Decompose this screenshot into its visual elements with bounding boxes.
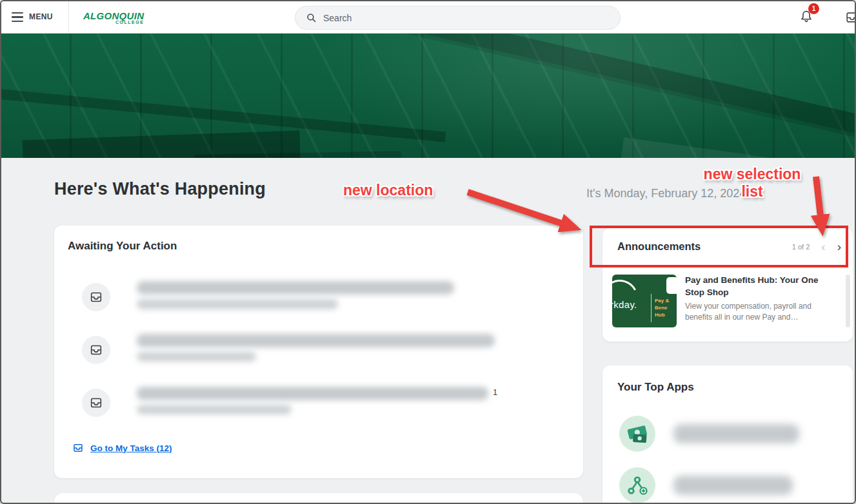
workday-wordmark: rkday.: [612, 299, 637, 310]
thumbnail-card-graphic: [666, 277, 677, 294]
announcements-title: Announcements: [617, 240, 701, 253]
announcements-card: Announcements 1 of 2 ‹ › rkday. Pay & Be…: [602, 228, 853, 342]
annotation-new-selection-list: new selection list: [697, 167, 808, 199]
workday-arc-graphic: [612, 275, 642, 321]
task-row-blurred-subtitle: [137, 352, 256, 362]
task-row-blurred-title[interactable]: [137, 387, 488, 400]
app-row-org-chart[interactable]: [619, 467, 793, 503]
task-row-visible-char: 1: [493, 387, 497, 397]
inbox-task-icon: [89, 290, 103, 304]
inbox-task-icon: [89, 343, 103, 357]
carousel-prev-button[interactable]: ‹: [821, 240, 825, 253]
announcement-thumbnail: rkday. Pay & Bene Hub: [612, 275, 677, 327]
go-to-my-tasks-link[interactable]: Go to My Tasks (12): [72, 442, 172, 454]
carousel-next-button[interactable]: ›: [837, 240, 841, 253]
global-menu-button[interactable]: MENU: [1, 12, 68, 22]
task-row-blurred-title[interactable]: [137, 334, 495, 347]
task-row-blurred-subtitle: [137, 299, 338, 309]
search-input[interactable]: [323, 13, 610, 23]
task-item-icon-2[interactable]: [82, 336, 110, 364]
annotation-line: new selection: [697, 167, 808, 182]
task-row-blurred-title[interactable]: [137, 281, 454, 295]
announcement-title: Pay and Benefits Hub: Your One Stop Shop: [685, 275, 826, 299]
task-item-icon-1[interactable]: [82, 283, 110, 311]
carousel-controls: 1 of 2 ‹ ›: [792, 240, 841, 253]
announcement-text: Pay and Benefits Hub: Your One Stop Shop…: [685, 275, 828, 327]
my-tasks-inbox-button[interactable]: [844, 1, 855, 34]
inbox-icon: [844, 10, 856, 24]
awaiting-your-action-card: Awaiting Your Action 1: [54, 226, 583, 478]
thumb-caption-line: Bene: [655, 305, 669, 311]
app-label-blurred: [673, 424, 799, 443]
arrow-to-announcements: [468, 192, 562, 224]
app-row-pay[interactable]: [619, 416, 799, 452]
topbar-divider: [68, 1, 69, 34]
inbox-task-icon: [89, 396, 103, 410]
topbar-icon-group: 1: [799, 1, 855, 34]
go-to-my-tasks-label: Go to My Tasks (12): [90, 443, 172, 453]
top-apps-title: Your Top Apps: [617, 381, 694, 394]
logo-subtext: COLLEGE: [115, 20, 144, 24]
annotation-line: list: [697, 184, 808, 199]
money-icon: [619, 416, 655, 452]
thumb-caption-line: Pay &: [655, 298, 669, 304]
hamburger-icon: [12, 12, 23, 22]
app-label-blurred: [673, 476, 793, 495]
top-app-bar: MENU ALGONQUIN COLLEGE 1: [1, 1, 855, 34]
thumb-caption-line: Hub: [655, 312, 669, 318]
announcements-header: Announcements 1 of 2 ‹ ›: [617, 240, 841, 253]
org-chart-icon: [619, 467, 655, 503]
algonquin-college-logo[interactable]: ALGONQUIN COLLEGE: [83, 10, 144, 24]
menu-label: MENU: [29, 12, 53, 21]
announcement-item[interactable]: rkday. Pay & Bene Hub Pay and Benefits H…: [612, 275, 844, 327]
thumbnail-caption: Pay & Bene Hub: [655, 298, 669, 318]
your-top-apps-card: Your Top Apps: [602, 365, 853, 504]
hero-highlight: [1, 34, 855, 158]
thumbnail-divider: [651, 294, 652, 322]
global-search-bar[interactable]: [295, 6, 621, 30]
notifications-button[interactable]: 1: [799, 8, 813, 26]
annotation-new-location: new location: [343, 182, 433, 199]
awaiting-card-title: Awaiting Your Action: [68, 240, 177, 253]
carousel-pagination: 1 of 2: [792, 243, 810, 251]
page-title: Here's What's Happening: [54, 179, 266, 199]
notification-badge: 1: [808, 3, 819, 14]
hero-banner-image: [1, 34, 855, 158]
arrow-to-carousel: [816, 177, 821, 217]
announcement-description: View your compensation, payroll and bene…: [685, 301, 828, 324]
inbox-link-icon: [72, 442, 84, 454]
task-item-icon-3[interactable]: [82, 389, 110, 417]
task-row-blurred-subtitle: [137, 405, 292, 414]
next-section-card: [54, 493, 583, 504]
carousel-scroll-indicator[interactable]: [846, 275, 850, 327]
search-icon: [306, 12, 317, 23]
workday-portal-screen: MENU ALGONQUIN COLLEGE 1: [0, 0, 856, 504]
